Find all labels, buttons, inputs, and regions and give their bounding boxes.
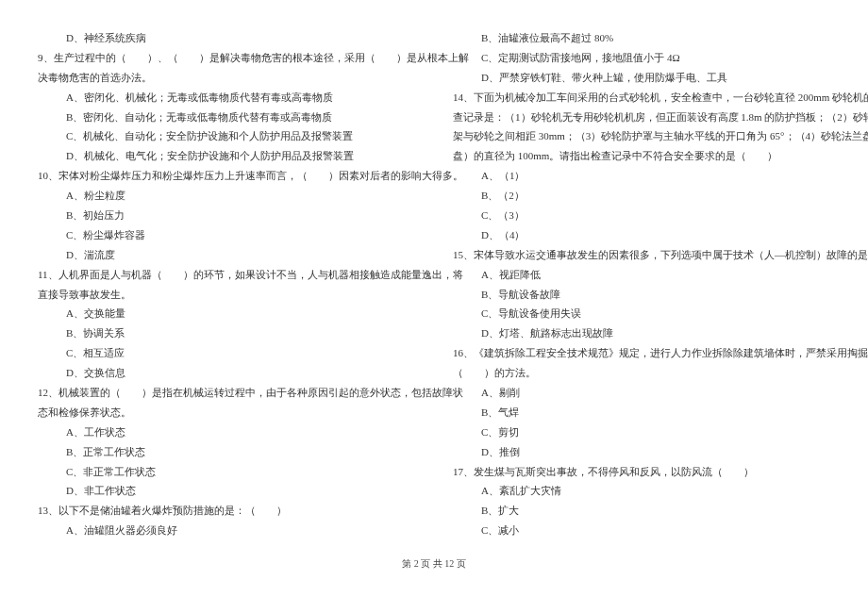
q15-stem: 15、宋体导致水运交通事故发生的因素很多，下列选项中属于技术（人—机控制）故障的… — [453, 245, 830, 265]
q15-opt-d: D、灯塔、航路标志出现故障 — [453, 323, 830, 343]
q10-opt-c: C、粉尘爆炸容器 — [38, 225, 415, 245]
q9-opt-b: B、密闭化、自动化；无毒或低毒物质代替有毒或高毒物质 — [38, 108, 415, 127]
page-footer: 第 2 页 共 12 页 — [0, 550, 868, 572]
q12-opt-c: C、非正常工作状态 — [38, 462, 415, 482]
q10-stem: 10、宋体对粉尘爆炸压力和粉尘爆炸压力上升速率而言，（ ）因素对后者的影响大得多… — [38, 166, 415, 186]
q9-opt-c: C、机械化、自动化；安全防护设施和个人防护用品及报警装置 — [38, 126, 415, 146]
q17-opt-c: C、减小 — [453, 521, 830, 540]
q16-opt-a: A、剔削 — [453, 383, 830, 403]
q13-opt-d: D、严禁穿铁钉鞋、带火种上罐，使用防爆手电、工具 — [453, 68, 830, 88]
q16-opt-d: D、推倒 — [453, 442, 830, 462]
q14-stem-line2: 查记录是：（1）砂轮机无专用砂轮机机房，但正面装设有高度 1.8m 的防护挡板；… — [453, 108, 830, 127]
q13-opt-c: C、定期测试防雷接地网，接地阻值小于 4Ω — [453, 48, 830, 68]
q10-opt-d: D、湍流度 — [38, 245, 415, 265]
q11-stem-line1: 11、人机界面是人与机器（ ）的环节，如果设计不当，人与机器相接触造成能量逸出，… — [38, 265, 415, 285]
q17-stem: 17、发生煤与瓦斯突出事故，不得停风和反风，以防风流（ ） — [453, 462, 830, 482]
q16-opt-b: B、气焊 — [453, 403, 830, 422]
q10-opt-a: A、粉尘粒度 — [38, 186, 415, 206]
q9-stem-line1: 9、生产过程中的（ ）、（ ）是解决毒物危害的根本途径，采用（ ）是从根本上解 — [38, 48, 415, 68]
q14-opt-d: D、（4） — [453, 225, 830, 245]
q12-opt-a: A、工作状态 — [38, 422, 415, 442]
q15-opt-a: A、视距降低 — [453, 265, 830, 285]
q14-opt-b: B、（2） — [453, 186, 830, 206]
q12-opt-b: B、正常工作状态 — [38, 442, 415, 462]
q9-stem-line2: 决毒物危害的首选办法。 — [38, 68, 415, 88]
q11-opt-d: D、交换信息 — [38, 363, 415, 383]
q13-opt-a: A、油罐阻火器必须良好 — [38, 521, 415, 540]
q17-opt-b: B、扩大 — [453, 501, 830, 521]
q16-stem-line1: 16、《建筑拆除工程安全技术规范》规定，进行人力作业拆除除建筑墙体时，严禁采用掏… — [453, 343, 830, 363]
q9-opt-a: A、密闭化、机械化；无毒或低毒物质代替有毒或高毒物质 — [38, 88, 415, 108]
q14-stem-line4: 盘）的直径为 100mm。请指出检查记录中不符合安全要求的是（ ） — [453, 146, 830, 166]
right-column: B、油罐液位最高不超过 80% C、定期测试防雷接地网，接地阻值小于 4Ω D、… — [453, 28, 830, 540]
q11-opt-c: C、相互适应 — [38, 343, 415, 363]
q14-stem-line1: 14、下面为机械冷加工车间采用的台式砂轮机，安全检查中，一台砂轮直径 200mm… — [453, 88, 830, 108]
q9-opt-d: D、机械化、电气化；安全防护设施和个人防护用品及报警装置 — [38, 146, 415, 166]
q16-stem-line2: （ ）的方法。 — [453, 363, 830, 383]
q14-opt-c: C、（3） — [453, 206, 830, 225]
q13-stem: 13、以下不是储油罐着火爆炸预防措施的是：（ ） — [38, 501, 415, 521]
q12-stem-line2: 态和检修保养状态。 — [38, 403, 415, 422]
left-column: D、神经系统疾病 9、生产过程中的（ ）、（ ）是解决毒物危害的根本途径，采用（… — [38, 28, 415, 540]
q15-opt-b: B、导航设备故障 — [453, 285, 830, 305]
q8-opt-d: D、神经系统疾病 — [38, 28, 415, 48]
q11-opt-b: B、协调关系 — [38, 323, 415, 343]
q14-opt-a: A、（1） — [453, 166, 830, 186]
q15-opt-c: C、导航设备使用失误 — [453, 304, 830, 323]
q14-stem-line3: 架与砂轮之间相距 30mm；（3）砂轮防护罩与主轴水平线的开口角为 65°；（4… — [453, 126, 830, 146]
q10-opt-b: B、初始压力 — [38, 206, 415, 225]
q12-opt-d: D、非工作状态 — [38, 481, 415, 501]
q12-stem-line1: 12、机械装置的（ ）是指在机械运转过程中，由于各种原因引起的意外状态，包括故障… — [38, 383, 415, 403]
q13-opt-b: B、油罐液位最高不超过 80% — [453, 28, 830, 48]
q16-opt-c: C、剪切 — [453, 422, 830, 442]
q17-opt-a: A、紊乱扩大灾情 — [453, 481, 830, 501]
q11-stem-line2: 直接导致事故发生。 — [38, 285, 415, 305]
q11-opt-a: A、交换能量 — [38, 304, 415, 323]
